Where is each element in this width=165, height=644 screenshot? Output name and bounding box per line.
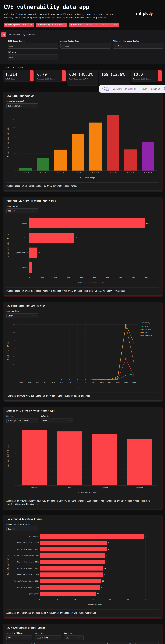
point-Critical-2018[interactable] — [85, 380, 86, 380]
chevron-down-icon[interactable]: ▾ — [56, 56, 57, 58]
color-by-select[interactable]: None × ▾ — [41, 418, 73, 423]
sort-by-select[interactable]: CVSS Score × ▾ — [35, 635, 61, 640]
bar-7.0-8.0[interactable] — [107, 115, 119, 170]
callbacks-tab[interactable]: Callbacks — [125, 88, 136, 90]
point-Critical-2012[interactable] — [37, 380, 38, 380]
chevron-down-icon[interactable]: ▾ — [56, 45, 57, 47]
point-Critical-2021[interactable] — [109, 380, 110, 380]
bar-8.0-9.0[interactable] — [124, 150, 137, 170]
bar-Apple Macos[interactable] — [40, 534, 144, 539]
cvss-distribution-chart[interactable]: 0501001502002503002.0-3.03.0-4.04.0-5.05… — [7, 110, 158, 180]
point-Critical-2023[interactable] — [125, 358, 126, 359]
bar-Network[interactable] — [29, 218, 145, 228]
bar-Microsoft Windows 11 23H2[interactable] — [40, 540, 107, 545]
cvss-range-select[interactable]: All ▾ — [8, 43, 58, 48]
bar-Network[interactable] — [22, 430, 47, 486]
bar-Microsoft Windows 10 22H2[interactable] — [40, 566, 103, 570]
chevron-down-icon[interactable]: ▾ — [108, 45, 109, 47]
plotly-cloud-tab[interactable]: Plotly Cloud — [102, 86, 110, 91]
clear-icon[interactable]: × — [57, 637, 57, 639]
point-Critical-2010[interactable] — [21, 380, 21, 380]
point-Critical-2019[interactable] — [93, 380, 94, 380]
clear-icon[interactable]: × — [68, 420, 69, 422]
bar-6.0-7.0[interactable] — [89, 122, 102, 170]
point-Critical-2014[interactable] — [53, 380, 54, 380]
bar-2.0-3.0[interactable] — [19, 168, 32, 170]
avg-cvss-chart[interactable]: 01234567NetworkLocalAdjacentPhysicalAtta… — [7, 424, 158, 495]
chevron-down-icon[interactable]: ▾ — [36, 528, 37, 530]
affected-os-select[interactable]: × All ▾ — [113, 43, 163, 48]
point-Critical-2013[interactable] — [45, 380, 46, 380]
cve-year-select[interactable]: All ▾ — [8, 54, 58, 60]
timeline-chart[interactable]: 0501001502002503003502010201120122013201… — [7, 320, 158, 390]
bar-Adjacent[interactable] — [92, 434, 117, 486]
show-top-n-select[interactable]: Top 10 × ▾ — [7, 208, 38, 213]
clear-icon[interactable]: × — [33, 528, 34, 530]
row-limit-select[interactable]: 100 × ▾ — [64, 635, 84, 640]
os-count-select[interactable]: Top 10 × ▾ — [7, 526, 38, 532]
chevron-down-icon[interactable]: ▾ — [36, 210, 37, 212]
remove-tag-icon[interactable]: × — [115, 44, 117, 47]
bar-Microsoft Windows 11 22H2[interactable] — [40, 547, 107, 552]
bar-Apple Ipados[interactable] — [40, 592, 96, 596]
clear-icon[interactable]: × — [28, 637, 29, 639]
column-header[interactable]: Attack Vector — [101, 642, 127, 644]
remove-tag-icon[interactable]: × — [62, 44, 64, 47]
bar-5.0-6.0[interactable] — [72, 134, 84, 170]
filter-funnel-icon[interactable] — [156, 644, 157, 644]
point-Low-2023[interactable] — [125, 375, 126, 376]
point-Medium-2022[interactable] — [117, 376, 118, 378]
chevron-down-icon[interactable]: ▾ — [81, 637, 82, 639]
filter-funnel-icon[interactable] — [83, 644, 85, 644]
attack-vector-chart[interactable]: 0100200300400500600700800900Network893Lo… — [7, 214, 158, 285]
bar-Local[interactable] — [29, 233, 74, 243]
chevron-down-icon[interactable]: ▾ — [30, 637, 31, 639]
bar-Microsoft Windows Server 2022[interactable] — [40, 553, 105, 558]
filter-funnel-icon[interactable] — [23, 644, 24, 644]
clear-icon[interactable]: × — [33, 105, 34, 107]
devtools-expand-button[interactable]: » — [164, 87, 165, 91]
column-header[interactable]: CVE ID — [7, 642, 25, 644]
point-Critical-2024[interactable] — [133, 376, 134, 376]
filter-funnel-icon[interactable] — [124, 644, 126, 644]
clear-icon[interactable]: × — [33, 315, 34, 317]
chevron-down-icon[interactable]: ▾ — [36, 105, 37, 107]
top-os-chart[interactable]: 0102030405060Apple Macos59Microsoft Wind… — [7, 533, 158, 607]
chevron-down-icon[interactable]: ▾ — [28, 420, 29, 422]
bar-Microsoft Windows 11 21H2[interactable] — [40, 560, 105, 564]
point-Critical-2017[interactable] — [77, 380, 78, 380]
clear-icon[interactable]: × — [79, 637, 80, 639]
bar-Microsoft Windows Server 2019[interactable] — [40, 579, 101, 583]
bar-3.0-4.0[interactable] — [37, 158, 49, 170]
bar-Microsoft Windows 10 21H2[interactable] — [40, 572, 103, 577]
column-header[interactable]: CVSS Sc… — [86, 642, 101, 644]
grouping-interval-select[interactable]: 1.0 intervals × ▾ — [7, 104, 38, 108]
metric-select[interactable]: Average CVSS Score ▾ — [7, 418, 38, 423]
chevron-down-icon[interactable]: ▾ — [59, 637, 60, 639]
clear-icon[interactable]: × — [33, 210, 34, 212]
point-High-2024[interactable] — [133, 362, 134, 364]
point-Critical-2020[interactable] — [101, 379, 102, 380]
bar-Local[interactable] — [57, 431, 82, 486]
chevron-down-icon[interactable]: ▾ — [161, 45, 162, 47]
aggregation-select[interactable]: Count × ▾ — [7, 313, 38, 318]
point-Critical-2015[interactable] — [61, 380, 62, 380]
bar-Physical[interactable] — [29, 262, 32, 273]
point-Medium-2024[interactable] — [133, 342, 134, 344]
column-header[interactable]: Affected OS — [127, 642, 158, 644]
bar-Adjacent Network[interactable] — [29, 248, 37, 258]
point-Low-2024[interactable] — [133, 374, 134, 375]
errors-tab[interactable]: Errors — [113, 88, 122, 90]
severity-filter-select[interactable]: All × ▾ — [7, 635, 32, 640]
point-High-2023[interactable] — [125, 325, 126, 326]
chevron-down-icon[interactable]: ▾ — [70, 420, 71, 422]
point-Critical-2022[interactable] — [117, 379, 118, 380]
bar-Microsoft Windows 10 1809[interactable] — [40, 585, 100, 590]
chevron-down-icon[interactable]: ▾ — [36, 315, 37, 317]
column-header[interactable]: Description — [25, 642, 86, 644]
filter-funnel-icon[interactable] — [99, 644, 100, 644]
point-Critical-2011[interactable] — [29, 380, 30, 380]
point-Critical-2016[interactable] — [69, 380, 70, 380]
bar-Physical[interactable] — [127, 439, 152, 486]
attack-vector-select[interactable]: × All ▾ — [60, 43, 111, 48]
